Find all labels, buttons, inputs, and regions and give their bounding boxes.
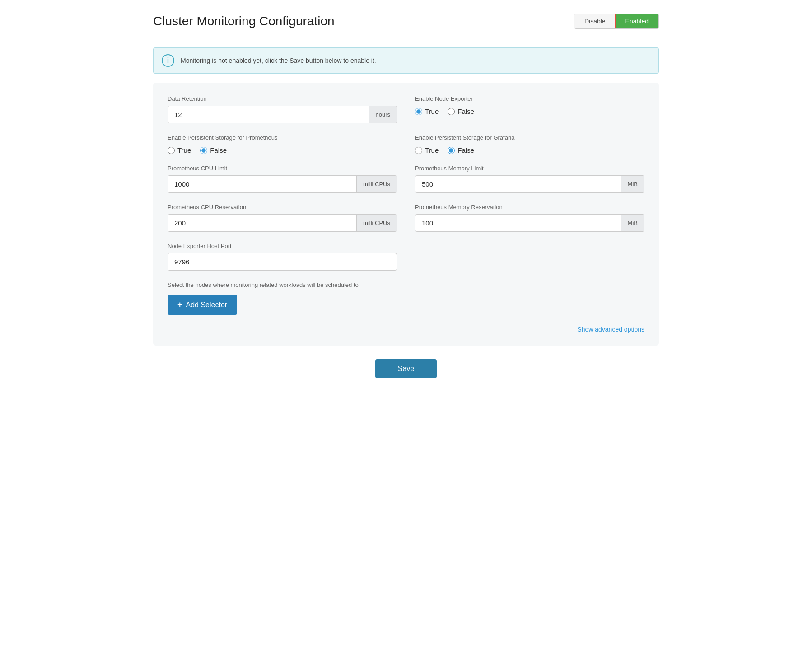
data-retention-input[interactable] — [168, 106, 369, 123]
persistent-storage-prometheus-radio-group: True False — [168, 145, 397, 154]
plus-icon: + — [177, 300, 182, 310]
header-divider — [153, 38, 659, 38]
node-selector-section: Select the nodes where monitoring relate… — [168, 281, 644, 315]
prometheus-memory-reservation-input[interactable] — [415, 215, 621, 231]
enabled-button[interactable]: Enabled — [616, 14, 658, 28]
ps-prometheus-false-option[interactable]: False — [200, 146, 227, 154]
enable-node-exporter-radio-group: True False — [415, 106, 644, 115]
advanced-options-section: Show advanced options — [168, 326, 644, 333]
data-retention-suffix: hours — [369, 106, 397, 123]
ps-prometheus-true-label: True — [177, 146, 191, 154]
persistent-storage-prometheus-label: Enable Persistent Storage for Prometheus — [168, 134, 397, 141]
node-exporter-host-port-input[interactable] — [168, 253, 397, 271]
form-row-3: Prometheus CPU Limit milli CPUs Promethe… — [168, 165, 644, 193]
ps-prometheus-false-radio[interactable] — [200, 147, 207, 154]
prometheus-memory-reservation-label: Prometheus Memory Reservation — [415, 204, 644, 211]
ps-grafana-true-label: True — [425, 146, 439, 154]
form-row-1: Data Retention hours Enable Node Exporte… — [168, 95, 644, 123]
data-retention-input-wrapper: hours — [168, 106, 397, 123]
page-header: Cluster Monitoring Configuration Disable… — [153, 14, 659, 29]
form-row-2: Enable Persistent Storage for Prometheus… — [168, 134, 644, 154]
prometheus-memory-reservation-group: Prometheus Memory Reservation MiB — [415, 204, 644, 232]
node-exporter-false-radio[interactable] — [448, 108, 455, 115]
ps-grafana-false-label: False — [457, 146, 474, 154]
empty-col — [415, 243, 644, 271]
prometheus-memory-limit-label: Prometheus Memory Limit — [415, 165, 644, 172]
save-button[interactable]: Save — [375, 359, 437, 378]
ps-prometheus-false-label: False — [210, 146, 227, 154]
prometheus-cpu-reservation-input[interactable] — [168, 215, 356, 231]
node-exporter-true-radio[interactable] — [415, 108, 422, 115]
prometheus-cpu-limit-suffix: milli CPUs — [356, 176, 397, 192]
node-exporter-true-option[interactable]: True — [415, 108, 439, 115]
form-row-5: Node Exporter Host Port — [168, 243, 644, 271]
prometheus-cpu-reservation-group: Prometheus CPU Reservation milli CPUs — [168, 204, 397, 232]
node-exporter-host-port-group: Node Exporter Host Port — [168, 243, 397, 271]
node-exporter-host-port-label: Node Exporter Host Port — [168, 243, 397, 249]
prometheus-cpu-limit-input[interactable] — [168, 176, 356, 192]
ps-prometheus-true-option[interactable]: True — [168, 146, 191, 154]
prometheus-cpu-limit-label: Prometheus CPU Limit — [168, 165, 397, 172]
prometheus-memory-limit-group: Prometheus Memory Limit MiB — [415, 165, 644, 193]
footer-actions: Save — [153, 359, 659, 378]
enable-node-exporter-group: Enable Node Exporter True False — [415, 95, 644, 123]
prometheus-cpu-reservation-suffix: milli CPUs — [356, 215, 397, 231]
ps-grafana-true-option[interactable]: True — [415, 146, 439, 154]
persistent-storage-grafana-group: Enable Persistent Storage for Grafana Tr… — [415, 134, 644, 154]
add-selector-button[interactable]: + Add Selector — [168, 295, 237, 315]
persistent-storage-prometheus-group: Enable Persistent Storage for Prometheus… — [168, 134, 397, 154]
prometheus-memory-reservation-input-wrapper: MiB — [415, 214, 644, 232]
info-message: Monitoring is not enabled yet, click the… — [181, 57, 376, 64]
prometheus-cpu-limit-input-wrapper: milli CPUs — [168, 175, 397, 193]
prometheus-cpu-reservation-label: Prometheus CPU Reservation — [168, 204, 397, 211]
enable-node-exporter-label: Enable Node Exporter — [415, 95, 644, 102]
prometheus-cpu-limit-group: Prometheus CPU Limit milli CPUs — [168, 165, 397, 193]
prometheus-memory-limit-input-wrapper: MiB — [415, 175, 644, 193]
enable-disable-toggle: Disable Enabled — [574, 14, 659, 29]
show-advanced-options-link[interactable]: Show advanced options — [577, 326, 644, 333]
prometheus-memory-reservation-suffix: MiB — [621, 215, 644, 231]
ps-grafana-true-radio[interactable] — [415, 147, 422, 154]
form-card: Data Retention hours Enable Node Exporte… — [153, 83, 659, 346]
persistent-storage-grafana-label: Enable Persistent Storage for Grafana — [415, 134, 644, 141]
page-title: Cluster Monitoring Configuration — [153, 14, 335, 28]
persistent-storage-grafana-radio-group: True False — [415, 145, 644, 154]
info-banner: i Monitoring is not enabled yet, click t… — [153, 47, 659, 74]
data-retention-label: Data Retention — [168, 95, 397, 102]
disable-button[interactable]: Disable — [574, 14, 616, 28]
node-exporter-false-option[interactable]: False — [448, 108, 474, 115]
node-selector-text: Select the nodes where monitoring relate… — [168, 281, 644, 288]
node-exporter-true-label: True — [425, 108, 439, 115]
prometheus-memory-limit-input[interactable] — [415, 176, 621, 192]
prometheus-cpu-reservation-input-wrapper: milli CPUs — [168, 214, 397, 232]
ps-grafana-false-radio[interactable] — [448, 147, 455, 154]
add-selector-label: Add Selector — [186, 301, 228, 309]
info-icon: i — [162, 54, 174, 67]
data-retention-group: Data Retention hours — [168, 95, 397, 123]
prometheus-memory-limit-suffix: MiB — [621, 176, 644, 192]
ps-grafana-false-option[interactable]: False — [448, 146, 474, 154]
node-exporter-false-label: False — [457, 108, 474, 115]
ps-prometheus-true-radio[interactable] — [168, 147, 175, 154]
form-row-4: Prometheus CPU Reservation milli CPUs Pr… — [168, 204, 644, 232]
